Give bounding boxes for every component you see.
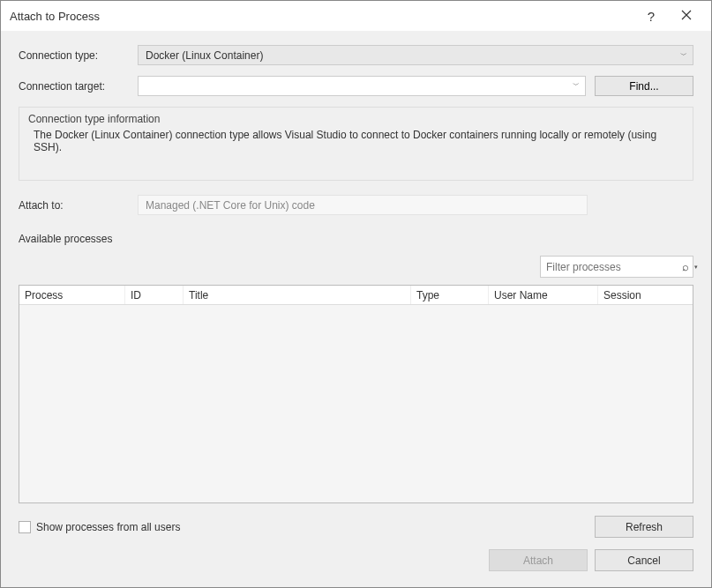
find-button[interactable]: Find... (595, 76, 693, 96)
column-session[interactable]: Session (598, 286, 693, 304)
connection-type-label: Connection type: (19, 49, 138, 62)
connection-type-value: Docker (Linux Container) (146, 49, 263, 62)
titlebar: Attach to Process ? (1, 1, 711, 31)
attach-to-field: Managed (.NET Core for Unix) code (138, 195, 588, 215)
chevron-down-icon[interactable]: ﹀ (573, 80, 580, 90)
attach-to-label: Attach to: (19, 199, 138, 212)
filter-box[interactable]: ⌕ ▾ (540, 256, 693, 278)
connection-target-label: Connection target: (19, 80, 138, 93)
connection-type-dropdown[interactable]: Docker (Linux Container) ﹀ (138, 45, 693, 65)
close-icon (681, 10, 692, 20)
dialog-title: Attach to Process (10, 10, 633, 23)
filter-input[interactable] (546, 261, 678, 273)
column-id[interactable]: ID (125, 286, 184, 304)
close-button[interactable] (669, 10, 704, 23)
available-processes-title: Available processes (19, 233, 693, 245)
connection-info-panel: Connection type information The Docker (… (19, 107, 693, 181)
show-all-users-label: Show processes from all users (36, 521, 180, 533)
column-process[interactable]: Process (19, 286, 125, 304)
column-title[interactable]: Title (184, 286, 411, 304)
column-type[interactable]: Type (411, 286, 489, 304)
attach-to-value: Managed (.NET Core for Unix) code (146, 199, 315, 212)
info-title: Connection type information (28, 113, 684, 125)
show-all-users-checkbox[interactable] (19, 521, 31, 533)
chevron-down-icon: ﹀ (680, 50, 687, 60)
attach-button: Attach (489, 549, 588, 571)
help-button[interactable]: ? (633, 9, 669, 24)
connection-target-input[interactable]: ﹀ (138, 76, 586, 96)
process-table[interactable]: Process ID Title Type User Name Session (19, 285, 693, 503)
cancel-button[interactable]: Cancel (595, 549, 693, 571)
refresh-button[interactable]: Refresh (595, 516, 693, 538)
column-user[interactable]: User Name (489, 286, 598, 304)
info-text: The Docker (Linux Container) connection … (28, 129, 684, 153)
table-header: Process ID Title Type User Name Session (19, 286, 693, 305)
search-icon[interactable]: ⌕ (682, 260, 689, 273)
chevron-down-icon[interactable]: ▾ (694, 264, 698, 271)
